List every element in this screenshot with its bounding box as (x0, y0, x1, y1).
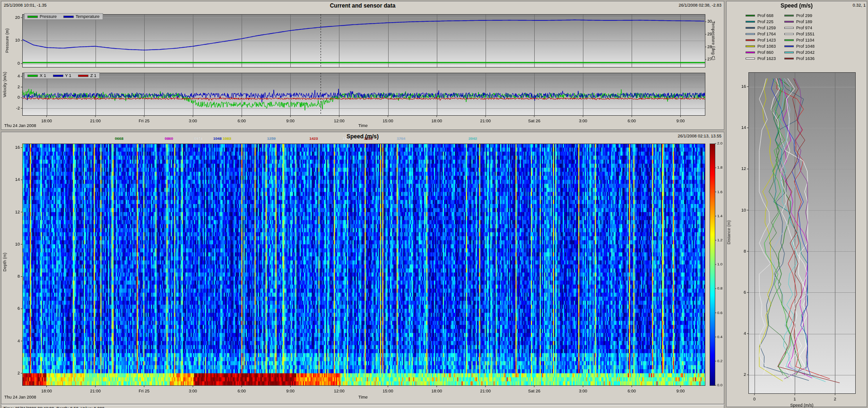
sensor-data-panel: 25/1/2008 10:01, -1.35 Current and senso… (1, 1, 724, 130)
pressure-temperature-legend[interactable]: PressureTemperature (24, 13, 103, 20)
legend-item[interactable]: Prof 2042 (784, 49, 815, 55)
speed-profile-panel: Speed (m/s) 0.32, 1 Prof 668Prof 225Prof… (726, 1, 867, 407)
legend-item[interactable]: Prof 225 (746, 18, 776, 25)
legend-item[interactable]: Prof 860 (746, 49, 776, 55)
heatmap-panel-header: Speed (m/s) 26/1/2008 02:13, 13.55 (1, 132, 724, 141)
velocity-axis-label: Velocity (m/s) (2, 72, 7, 97)
legend-swatch (784, 21, 794, 23)
legend-label: Pressure (40, 14, 57, 19)
legend-item[interactable]: Prof 299 (784, 12, 815, 18)
legend-label: Z 1 (90, 73, 96, 78)
cursor-readout-left: 25/1/2008 10:01, -1.35 (4, 3, 47, 8)
legend-swatch (784, 58, 794, 60)
legend-swatch (746, 45, 755, 47)
legend-item[interactable]: Prof 1764 (746, 31, 776, 37)
legend-swatch (746, 51, 755, 53)
cursor-readout-right: 0.32, 1 (852, 3, 866, 8)
legend-label: Prof 1551 (796, 32, 815, 36)
temperature-axis-label: Temperature (deg C) (711, 21, 716, 60)
legend-item[interactable]: Y 1 (53, 73, 71, 78)
legend-swatch (63, 16, 74, 18)
legend-label: Prof 225 (757, 19, 773, 24)
distance-axis-label: Distance (m) (727, 220, 731, 244)
legend-item[interactable]: Prof 1623 (746, 55, 776, 61)
legend-item[interactable]: Prof 1636 (784, 55, 815, 61)
legend-item[interactable]: Pressure (27, 14, 57, 19)
legend-swatch (78, 75, 88, 77)
legend-label: Prof 974 (796, 26, 812, 30)
velocity-legend[interactable]: X 1Y 1Z 1 (24, 72, 100, 79)
pressure-axis-label: Pressure (m) (5, 28, 9, 53)
legend-label: Prof 2042 (796, 50, 815, 55)
start-date-label: Thu 24 Jan 2008 (4, 123, 36, 128)
legend-item[interactable]: Prof 1104 (784, 37, 815, 43)
sensor-panel-header: 25/1/2008 10:01, -1.35 Current and senso… (1, 1, 724, 10)
legend-swatch (53, 75, 63, 77)
application-window: 25/1/2008 10:01, -1.35 Current and senso… (0, 0, 868, 408)
legend-item[interactable]: Prof 1551 (784, 31, 815, 37)
time-axis-label: Time (358, 395, 368, 400)
cursor-readout-right: 26/1/2008 02:38, -2.83 (678, 3, 721, 8)
legend-item[interactable]: Prof 189 (784, 18, 815, 25)
start-date-label: Thu 24 Jan 2008 (4, 395, 36, 400)
status-bar: Time: 25/01/2008 08:42:00, Depth: 0.50, … (1, 405, 724, 408)
legend-item[interactable]: Prof 1048 (784, 43, 815, 49)
legend-label: Prof 1636 (796, 56, 815, 61)
time-axis-label: Time (358, 123, 368, 128)
legend-item[interactable]: Prof 1083 (746, 43, 776, 49)
sensor-chart-canvas[interactable] (1, 10, 725, 130)
legend-swatch (746, 27, 755, 29)
profile-panel-title: Speed (m/s) (781, 2, 813, 9)
profile-chart-canvas[interactable] (727, 67, 868, 408)
legend-item[interactable]: X 1 (27, 73, 46, 78)
legend-item[interactable]: Prof 974 (784, 25, 815, 31)
legend-swatch (784, 15, 794, 17)
legend-swatch (27, 75, 38, 77)
legend-label: Prof 668 (757, 13, 773, 18)
legend-item[interactable]: Prof 1423 (746, 37, 776, 43)
legend-item[interactable]: Temperature (63, 14, 100, 19)
speed-heatmap-panel: Speed (m/s) 26/1/2008 02:13, 13.55 Depth… (1, 132, 724, 404)
legend-label: Prof 299 (796, 13, 812, 18)
legend-swatch (746, 21, 755, 23)
legend-label: Prof 860 (757, 50, 773, 55)
depth-axis-label: Depth (m) (2, 253, 7, 272)
legend-item[interactable]: Prof 668 (746, 12, 776, 18)
legend-label: X 1 (40, 73, 46, 78)
cursor-readout-right: 26/1/2008 02:13, 13.55 (677, 134, 721, 138)
sensor-panel-title: Current and sensor data (330, 2, 396, 9)
legend-swatch (746, 39, 755, 41)
legend-label: Prof 1623 (757, 56, 776, 61)
legend-label: Y 1 (65, 73, 71, 78)
legend-swatch (746, 58, 755, 60)
speed-heatmap-canvas[interactable] (1, 141, 725, 405)
legend-label: Prof 1259 (757, 26, 776, 30)
legend-swatch (784, 27, 794, 29)
legend-swatch (784, 39, 794, 41)
legend-swatch (27, 16, 38, 18)
legend-label: Prof 1423 (757, 38, 776, 42)
legend-swatch (784, 33, 794, 35)
legend-label: Prof 1104 (796, 38, 814, 42)
heatmap-panel-title: Speed (m/s) (347, 133, 379, 140)
legend-label: Prof 1083 (757, 44, 776, 49)
legend-label: Temperature (76, 14, 100, 19)
legend-swatch (784, 45, 794, 47)
profile-panel-header: Speed (m/s) 0.32, 1 (727, 1, 867, 10)
legend-label: Prof 189 (796, 19, 812, 24)
legend-swatch (784, 51, 794, 53)
legend-swatch (746, 33, 755, 35)
legend-item[interactable]: Prof 1259 (746, 25, 776, 31)
legend-label: Prof 1764 (757, 32, 776, 36)
profile-legend[interactable]: Prof 668Prof 225Prof 1259Prof 1764Prof 1… (746, 12, 815, 61)
legend-label: Prof 1048 (796, 44, 815, 49)
legend-swatch (746, 15, 755, 17)
legend-item[interactable]: Z 1 (78, 73, 96, 78)
